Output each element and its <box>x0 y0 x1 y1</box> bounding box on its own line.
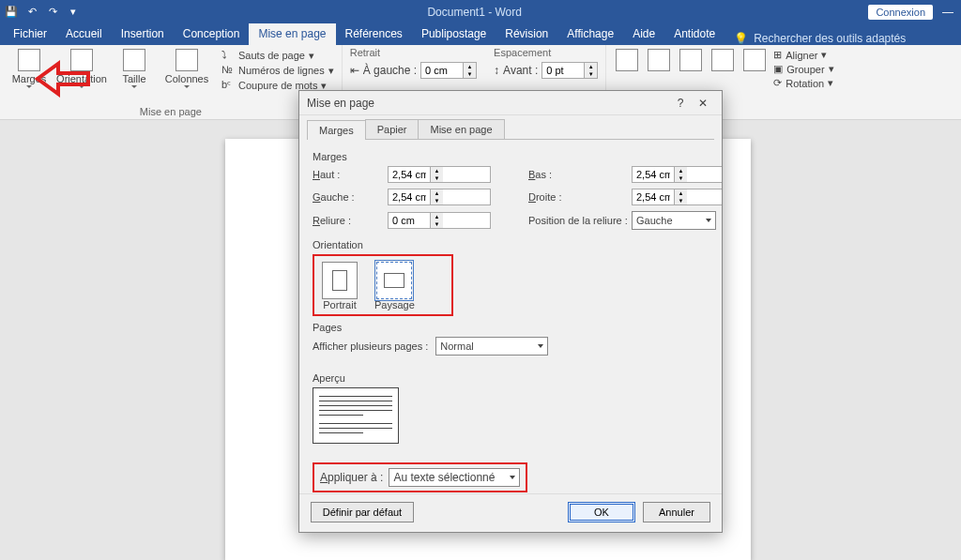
margins-label: Marges <box>12 73 47 84</box>
cancel-button[interactable]: Annuler <box>643 502 710 522</box>
line-numbers-button[interactable]: №Numéros de lignes ▾ <box>221 64 334 77</box>
set-default-button[interactable]: Définir par défaut <box>311 502 414 522</box>
columns-icon <box>175 49 198 71</box>
chevron-down-icon <box>510 476 515 479</box>
landscape-icon <box>376 262 412 299</box>
page-setup-dialog: Mise en page ? ✕ Marges Papier Mise en p… <box>298 90 723 533</box>
label-apply-to: Appliquer à : <box>320 471 383 484</box>
combo-multipages-value: Normal <box>440 341 473 352</box>
indent-left-input[interactable]: ▲▼ <box>420 62 477 79</box>
minimize-icon[interactable]: — <box>938 6 957 19</box>
breaks-button[interactable]: ⤵Sauts de page ▾ <box>221 49 334 62</box>
portrait-icon <box>322 262 358 299</box>
title-bar: 💾 ↶ ↷ ▾ Document1 - Word Connexion — <box>0 0 961 23</box>
selection-icon <box>743 49 766 71</box>
spacing-before-input[interactable]: ▲▼ <box>542 62 598 79</box>
section-preview: Aperçu <box>313 372 709 384</box>
input-bottom[interactable]: ▲▼ <box>632 166 722 183</box>
line-numbers-label: Numéros de lignes <box>238 65 325 76</box>
section-pages: Pages <box>313 322 709 333</box>
align-button[interactable]: ⊞ Aligner ▾ <box>773 49 833 61</box>
ribbon-group-page-setup: Marges Orientation Taille Colonnes ⤵Saut… <box>0 45 343 119</box>
position-icon <box>616 49 638 71</box>
combo-gutter-pos[interactable]: Gauche <box>632 211 716 230</box>
tab-design[interactable]: Conception <box>174 23 250 45</box>
dialog-title: Mise en page <box>307 97 669 110</box>
label-gutter-pos: Position de la reliure : <box>528 215 632 226</box>
chevron-down-icon <box>26 85 32 88</box>
group-label-page-setup: Mise en page <box>8 104 334 117</box>
tab-help[interactable]: Aide <box>623 23 664 45</box>
bring-forward-button[interactable] <box>678 49 704 89</box>
selection-pane-button[interactable] <box>741 49 768 89</box>
tell-me-search[interactable]: 💡 Rechercher des outils adaptés <box>734 32 906 45</box>
input-right[interactable]: ▲▼ <box>632 189 722 205</box>
help-button[interactable]: ? <box>669 97 692 110</box>
group-icon: ▣ <box>773 63 783 75</box>
label-gutter: Reliure : <box>313 215 388 226</box>
columns-label: Colonnes <box>165 73 208 84</box>
send-backward-button[interactable] <box>709 49 736 89</box>
position-button[interactable] <box>614 49 640 89</box>
tab-references[interactable]: Références <box>336 23 412 45</box>
align-label: Aligner <box>786 50 817 61</box>
rotate-button[interactable]: ⟳ Rotation ▾ <box>773 77 833 89</box>
login-button[interactable]: Connexion <box>868 5 933 20</box>
dialog-tab-paper[interactable]: Papier <box>365 119 419 139</box>
dialog-titlebar: Mise en page ? ✕ <box>299 91 722 115</box>
margins-button[interactable]: Marges <box>8 49 51 92</box>
tab-mailings[interactable]: Publipostage <box>412 23 496 45</box>
tab-antidote[interactable]: Antidote <box>664 23 725 45</box>
label-left: Gauche : <box>313 191 388 203</box>
tab-view[interactable]: Affichage <box>557 23 623 45</box>
tab-review[interactable]: Révision <box>496 23 557 45</box>
tab-file[interactable]: Fichier <box>4 23 56 45</box>
wrap-text-button[interactable] <box>646 49 672 89</box>
indent-group-label: Retrait <box>350 47 477 58</box>
label-right: Droite : <box>528 191 632 203</box>
combo-apply-to[interactable]: Au texte sélectionné <box>389 468 520 487</box>
lightbulb-icon: 💡 <box>734 32 748 45</box>
orientation-button[interactable]: Orientation <box>60 49 103 92</box>
combo-multipages[interactable]: Normal <box>435 337 548 356</box>
input-gutter[interactable]: ▲▼ <box>388 212 491 229</box>
dialog-body: Marges Haut : ▲▼ Bas : ▲▼ Gauche : ▲▼ Dr… <box>299 140 722 493</box>
chevron-down-icon <box>131 85 137 88</box>
indent-left-icon: ⇤ <box>350 64 359 77</box>
label-multipages: Afficher plusieurs pages : <box>313 341 428 352</box>
align-icon: ⊞ <box>773 49 782 61</box>
orientation-portrait[interactable]: Portrait <box>322 262 358 310</box>
input-top[interactable]: ▲▼ <box>388 166 491 183</box>
apply-to-highlight: Appliquer à : Au texte sélectionné <box>313 462 527 492</box>
undo-icon[interactable]: ↶ <box>24 5 39 20</box>
size-button[interactable]: Taille <box>113 49 156 92</box>
group-button[interactable]: ▣ Grouper ▾ <box>773 63 833 75</box>
label-top: Haut : <box>313 169 388 180</box>
orientation-icon <box>70 49 93 71</box>
ok-button[interactable]: OK <box>568 502 635 522</box>
dialog-tab-layout[interactable]: Mise en page <box>418 119 504 139</box>
hyphenation-icon: bᶜ <box>221 79 235 92</box>
indent-left-label: À gauche : <box>363 64 417 77</box>
save-icon[interactable]: 💾 <box>4 5 19 20</box>
rotate-icon: ⟳ <box>773 77 782 89</box>
redo-icon[interactable]: ↷ <box>45 5 60 20</box>
qat-customize-icon[interactable]: ▾ <box>66 5 81 20</box>
dialog-tabs: Marges Papier Mise en page <box>307 119 714 140</box>
backward-icon <box>711 49 734 71</box>
combo-gutter-pos-value: Gauche <box>636 215 673 226</box>
tab-home[interactable]: Accueil <box>56 23 112 45</box>
quick-access-toolbar: 💾 ↶ ↷ ▾ <box>4 5 81 20</box>
dialog-footer: Définir par défaut OK Annuler <box>299 493 722 532</box>
input-left[interactable]: ▲▼ <box>388 189 491 205</box>
window-title: Document1 - Word <box>81 6 868 19</box>
columns-button[interactable]: Colonnes <box>165 49 208 92</box>
tab-insert[interactable]: Insertion <box>112 23 174 45</box>
label-bottom: Bas : <box>528 169 632 180</box>
dialog-tab-margins[interactable]: Marges <box>307 120 366 140</box>
line-numbers-icon: № <box>221 64 235 77</box>
orientation-landscape[interactable]: Paysage <box>374 262 415 310</box>
breaks-label: Sauts de page <box>238 50 305 61</box>
tab-layout[interactable]: Mise en page <box>249 23 335 45</box>
close-button[interactable]: ✕ <box>692 97 714 110</box>
